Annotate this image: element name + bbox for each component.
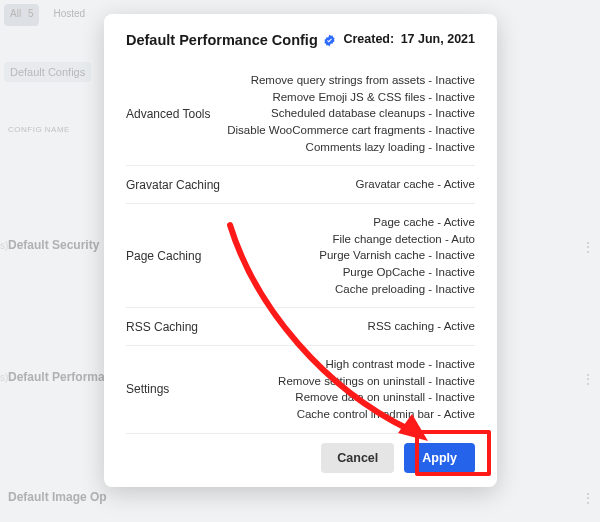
config-section-item: Page cache - Active (319, 214, 475, 231)
config-section-item: Scheduled database cleanups - Inactive (227, 105, 475, 122)
config-section-item: Disable WooCommerce cart fragments - Ina… (227, 122, 475, 139)
column-header-config-name: CONFIG NAME (8, 125, 70, 134)
config-row-image-label: Default Image Op (8, 490, 107, 504)
config-row-performance-actions[interactable]: ⋮ (582, 368, 594, 390)
tab-all[interactable]: All 5 (4, 4, 39, 26)
config-section-label: Settings (126, 382, 169, 396)
config-section-item: Comments lazy loading - Inactive (227, 139, 475, 156)
config-section-item: High contrast mode - Inactive (278, 356, 475, 373)
dialog-created: Created: 17 Jun, 2021 (343, 32, 475, 46)
config-section-label: Advanced Tools (126, 107, 211, 121)
config-section-item: Remove settings on uninstall - Inactive (278, 373, 475, 390)
config-section-item: RSS caching - Active (368, 318, 475, 335)
config-section: Advanced ToolsRemove query strings from … (126, 62, 475, 166)
config-row-security-actions[interactable]: ⋮ (582, 236, 594, 258)
cancel-button[interactable]: Cancel (321, 443, 394, 473)
config-section-items: RSS caching - Active (368, 318, 475, 335)
config-section-label: Gravatar Caching (126, 178, 220, 192)
config-dialog: Default Performance Config Created: 17 J… (104, 14, 497, 487)
config-section-item: Purge OpCache - Inactive (319, 264, 475, 281)
default-configs-button[interactable]: Default Configs (4, 62, 91, 82)
config-section: SettingsHigh contrast mode - InactiveRem… (126, 346, 475, 434)
config-section-label: Page Caching (126, 249, 201, 263)
dialog-created-label: Created: (343, 32, 394, 46)
tab-hosted[interactable]: Hosted (47, 4, 91, 26)
dialog-body: Advanced ToolsRemove query strings from … (126, 62, 475, 435)
dialog-title: Default Performance Config (126, 32, 336, 48)
config-section-items: Gravatar cache - Active (355, 176, 475, 193)
config-section-items: High contrast mode - InactiveRemove sett… (278, 356, 475, 423)
config-section-items: Page cache - ActiveFile change detection… (319, 214, 475, 297)
config-section: Page CachingPage cache - ActiveFile chan… (126, 204, 475, 308)
config-section-label: RSS Caching (126, 320, 198, 334)
config-section-item: Cache control in admin bar - Active (278, 406, 475, 423)
config-section: RSS CachingRSS caching - Active (126, 308, 475, 346)
tab-all-label: All (10, 8, 21, 19)
verified-icon (323, 34, 336, 47)
config-section-item: Cache preloading - Inactive (319, 281, 475, 298)
config-row-image-actions[interactable]: ⋮ (582, 487, 594, 509)
config-section-item: Remove Emoji JS & CSS files - Inactive (227, 89, 475, 106)
config-section: Gravatar CachingGravatar cache - Active (126, 166, 475, 204)
dialog-header: Default Performance Config Created: 17 J… (126, 32, 475, 48)
dialog-footer: Cancel Apply (126, 435, 475, 473)
config-row-image[interactable]: Default Image Op (0, 490, 600, 504)
dialog-created-date: 17 Jun, 2021 (401, 32, 475, 46)
config-section-item: Remove query strings from assets - Inact… (227, 72, 475, 89)
config-section-item: File change detection - Auto (319, 231, 475, 248)
config-section-item: Remove data on uninstall - Inactive (278, 389, 475, 406)
config-section-item: Purge Varnish cache - Inactive (319, 247, 475, 264)
config-section-item: Gravatar cache - Active (355, 176, 475, 193)
config-section-items: Remove query strings from assets - Inact… (227, 72, 475, 155)
tab-all-badge: 5 (28, 8, 34, 19)
apply-button[interactable]: Apply (404, 443, 475, 473)
dialog-title-text: Default Performance Config (126, 32, 318, 48)
